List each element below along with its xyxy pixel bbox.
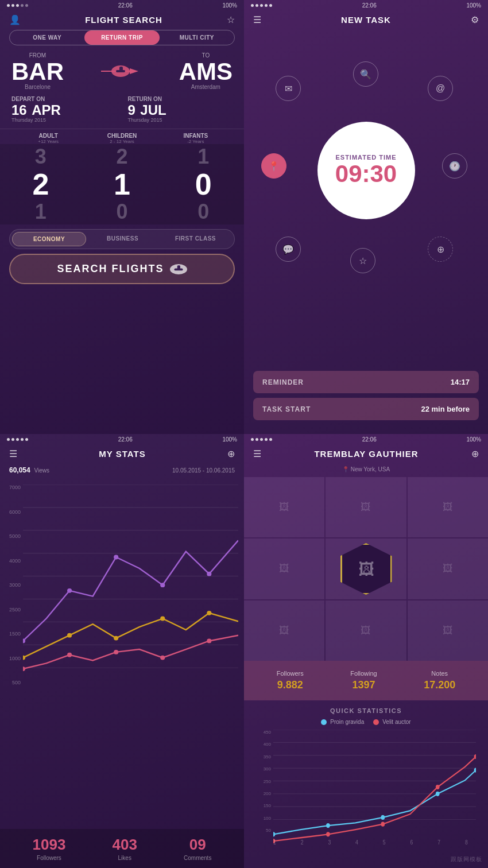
return-label: RETURN ON xyxy=(128,96,233,102)
passenger-picker[interactable]: 3 2 1 2 1 0 1 0 0 xyxy=(0,144,244,224)
from-code: BAR xyxy=(11,60,64,84)
flight-header: 👤 FLIGHT SEARCH ☆ xyxy=(0,11,244,30)
legend-proin: Proin gravida xyxy=(321,719,364,725)
svg-point-40 xyxy=(273,832,275,836)
passenger-children: CHILDREN 2 - 12 Years xyxy=(85,133,158,144)
svg-point-46 xyxy=(326,832,330,836)
depart-date[interactable]: DEPART ON 16 APR Thursday 2015 xyxy=(11,96,117,123)
tab-economy[interactable]: ECONOMY xyxy=(12,232,86,246)
svg-point-47 xyxy=(381,822,385,827)
time-br: 22:06 xyxy=(362,436,377,443)
svg-text:7: 7 xyxy=(437,839,440,844)
user-icon[interactable]: 👤 xyxy=(9,14,21,25)
tab-one-way[interactable]: ONE WAY xyxy=(10,30,84,45)
add-icon-br[interactable]: ⊕ xyxy=(471,448,479,459)
legend-label-velit: Velit auctor xyxy=(382,719,410,725)
profile-notes-label: Notes xyxy=(424,670,455,677)
signal-dots-br xyxy=(251,438,272,441)
profile-location: 📍 New York, USA xyxy=(244,464,488,477)
profile-notes: Notes 17.200 xyxy=(424,670,455,691)
stats-header: ☰ MY STATS ⊕ xyxy=(0,445,244,464)
legend-dot-blue xyxy=(321,719,327,725)
email-icon[interactable]: ✉ xyxy=(276,76,301,101)
to-code: AMS xyxy=(179,60,233,84)
menu-icon-br[interactable]: ☰ xyxy=(253,448,261,459)
passenger-types: ADULT +12 Years CHILDREN 2 - 12 Years IN… xyxy=(0,129,244,144)
svg-point-42 xyxy=(381,815,385,820)
menu-icon-bl[interactable]: ☰ xyxy=(9,448,17,459)
profile-panel: 22:06 100% ☰ TREMBLAY GAUTHIER ⊕ 📍 New Y… xyxy=(244,434,488,868)
add-icon-bl[interactable]: ⊕ xyxy=(227,448,235,459)
est-time: 09:30 xyxy=(335,161,397,187)
timer-circle: ESTIMATED TIME 09:30 xyxy=(317,122,415,219)
picker-children-next: 0 xyxy=(116,202,127,222)
svg-point-20 xyxy=(160,583,165,587)
mini-chart-svg: 1 2 3 4 5 6 7 8 xyxy=(273,730,476,844)
svg-point-28 xyxy=(67,653,72,657)
svg-text:4: 4 xyxy=(355,839,358,844)
gear-icon[interactable]: ⚙ xyxy=(471,14,479,25)
time-tr: 22:06 xyxy=(362,2,377,9)
y-label-2500: 2500 xyxy=(0,607,23,613)
tab-business[interactable]: BUSINESS xyxy=(86,232,159,246)
return-day: 9 xyxy=(128,102,135,118)
search-flights-button[interactable]: SEARCH FLIGHTS xyxy=(9,254,235,284)
flight-route: FROM BAR Barcelone TO AMS Amsterdam xyxy=(0,52,244,96)
date-range: 10.05.2015 - 10.06.2015 xyxy=(172,467,235,474)
stats-footer: 1093 Followers 403 Likes 09 Comments xyxy=(0,829,244,868)
picker-adult[interactable]: 3 2 1 xyxy=(0,144,82,224)
add-icon[interactable]: ⊕ xyxy=(428,237,453,262)
svg-text:5: 5 xyxy=(383,839,386,844)
trip-tabs: ONE WAY RETURN TRIP MULTI CITY xyxy=(9,30,235,45)
svg-marker-1 xyxy=(130,68,138,74)
tab-return-trip[interactable]: RETURN TRIP xyxy=(84,30,159,45)
photo-2: 🖼 xyxy=(326,477,406,537)
svg-point-43 xyxy=(436,792,440,796)
picker-children-prev: 2 xyxy=(116,146,127,167)
task-start-label: TASK START xyxy=(262,405,311,413)
signal-dots xyxy=(7,4,28,7)
depart-month: APR xyxy=(32,102,61,118)
tab-first-class[interactable]: FIRST CLASS xyxy=(159,232,232,246)
picker-children-value: 1 xyxy=(114,169,130,199)
flight-search-panel: 22:06 100% 👤 FLIGHT SEARCH ☆ ONE WAY RET… xyxy=(0,0,244,434)
clock-icon[interactable]: 🕐 xyxy=(442,153,467,179)
star-orbit-icon[interactable]: ☆ xyxy=(350,248,375,273)
y-label-6000: 6000 xyxy=(0,509,23,515)
svg-point-31 xyxy=(207,639,211,644)
likes-count: 403 xyxy=(113,836,137,854)
task-start-value: 22 min before xyxy=(421,405,470,413)
status-bar-br: 22:06 100% xyxy=(244,434,488,445)
star-icon[interactable]: ☆ xyxy=(227,14,235,25)
photo-6: 🖼 xyxy=(408,538,488,599)
y-axis-labels: 7000 6000 5000 4000 3000 2500 1500 1000 … xyxy=(0,479,23,691)
svg-point-19 xyxy=(114,555,118,560)
departure-point[interactable]: FROM BAR Barcelone xyxy=(11,52,64,90)
chat-icon[interactable]: 💬 xyxy=(276,237,301,262)
location-icon[interactable]: 📍 xyxy=(261,153,286,179)
time-tl: 22:06 xyxy=(118,2,133,9)
tab-multi-city[interactable]: MULTI CITY xyxy=(160,30,234,45)
svg-rect-4 xyxy=(119,67,123,71)
depart-day: 16 xyxy=(11,102,27,118)
task-start-row[interactable]: TASK START 22 min before xyxy=(253,398,479,420)
stat-comments: 09 Comments xyxy=(184,836,211,861)
y-label-1500: 1500 xyxy=(0,631,23,637)
profile-avatar-overlay: 🖼 xyxy=(340,543,392,595)
picker-infants[interactable]: 1 0 0 xyxy=(162,144,244,224)
search-btn-text: SEARCH FLIGHTS xyxy=(57,263,164,275)
y-label-1000: 1000 xyxy=(0,656,23,661)
search-orbit-icon[interactable]: 🔍 xyxy=(353,61,378,87)
picker-children[interactable]: 2 1 0 xyxy=(82,144,163,224)
at-icon[interactable]: @ xyxy=(428,76,453,101)
stats-chart: 7000 6000 5000 4000 3000 2500 1500 1000 … xyxy=(0,479,244,726)
picker-infants-value: 0 xyxy=(195,169,212,199)
reminder-row[interactable]: REMINDER 14:17 xyxy=(253,371,479,393)
photo-9: 🖼 xyxy=(408,600,488,661)
return-date[interactable]: RETURN ON 9 JUL Thursday 2015 xyxy=(128,96,233,123)
mini-chart: 450 400 350 300 250 200 150 100 50 xyxy=(253,730,479,844)
svg-point-30 xyxy=(160,656,165,660)
arrival-point[interactable]: TO AMS Amsterdam xyxy=(179,52,233,90)
photo-1: 🖼 xyxy=(244,477,324,537)
menu-icon[interactable]: ☰ xyxy=(253,14,261,25)
